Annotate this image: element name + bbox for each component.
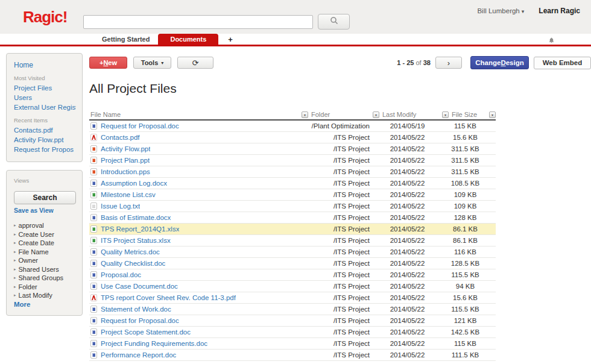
last-modify-cell: 2014/05/22	[373, 145, 442, 152]
file-link[interactable]: ITS Project Status.xlsx	[101, 237, 171, 244]
change-design-button[interactable]: Change Design	[470, 56, 529, 69]
folder-cell: /ITS Project	[302, 260, 373, 267]
file-link[interactable]: Issue Log.txt	[101, 202, 140, 210]
recent-items-label: Recent Items	[14, 117, 76, 124]
ragic-logo[interactable]: Ragic!	[23, 8, 67, 27]
table-row[interactable]: Milestone List.csv/ITS Project2014/05/22…	[89, 189, 496, 201]
view-filter-item[interactable]: ▸approval	[14, 221, 76, 230]
table-row[interactable]: Project Plan.ppt/ITS Project2014/05/2231…	[89, 155, 496, 166]
table-row[interactable]: Project Funding Requirements.doc/ITS Pro…	[89, 338, 496, 350]
table-row[interactable]: Quality Checklist.doc/ITS Project2014/05…	[89, 258, 496, 269]
save-as-view-link[interactable]: Save as View	[14, 207, 76, 214]
table-row[interactable]: Request for Proposal.doc/ITS Project2014…	[89, 315, 496, 327]
file-name-cell: Project Scope Statement.doc	[89, 328, 302, 336]
column-header-last-modify[interactable]: ▾Last Modify	[373, 111, 442, 118]
column-filter-icon[interactable]: ▾	[442, 111, 449, 118]
table-row[interactable]: Issue Log.txt/ITS Project2014/05/22109 K…	[89, 201, 496, 212]
sidebar-most-visited-link[interactable]: Project Files	[14, 83, 76, 93]
table-row[interactable]: Activity Flow.ppt/ITS Project2014/05/223…	[89, 143, 496, 155]
most-visited-label: Most Visited	[14, 75, 76, 81]
global-search-button[interactable]	[318, 14, 350, 30]
tab-documents[interactable]: Documents	[158, 34, 218, 45]
view-filter-item[interactable]: ▸Last Modify	[14, 291, 76, 300]
file-link[interactable]: Quality Checklist.doc	[101, 260, 165, 267]
folder-cell: /ITS Project	[302, 134, 373, 141]
file-link[interactable]: Project Scope Statement.doc	[101, 328, 191, 336]
learn-ragic-link[interactable]: Learn Ragic	[539, 7, 580, 15]
table-row[interactable]: Basis of Estimate.docx/ITS Project2014/0…	[89, 212, 496, 224]
table-row[interactable]: ITS Project Status.xlsx/ITS Project2014/…	[89, 235, 496, 246]
more-filters-link[interactable]: More	[14, 301, 76, 308]
tab-add[interactable]: +	[218, 34, 242, 45]
table-row[interactable]: Contacts.pdf/ITS Project2014/05/2215.6 K…	[89, 132, 496, 143]
file-link[interactable]: Request for Proposal.doc	[101, 122, 179, 130]
table-row[interactable]: Introduction.pps/ITS Project2014/05/2231…	[89, 166, 496, 178]
table-row[interactable]: TPS report Cover Sheet Rev. Code 11-3.pd…	[89, 292, 496, 304]
view-filter-item[interactable]: ▸Shared Users	[14, 265, 76, 274]
column-filter-icon[interactable]: ▾	[489, 111, 496, 118]
tab-getting-started[interactable]: Getting Started	[93, 34, 158, 45]
file-link[interactable]: TPS report Cover Sheet Rev. Code 11-3.pd…	[101, 294, 236, 301]
word-file-icon	[90, 340, 97, 347]
file-link[interactable]: Assumption Log.docx	[101, 180, 167, 187]
pdf-file-icon	[90, 294, 97, 301]
column-header-file-name[interactable]: File Name	[89, 111, 302, 118]
new-record-button[interactable]: +New	[89, 57, 127, 69]
table-row[interactable]: Performance Report.doc/ITS Project2014/0…	[89, 350, 496, 361]
view-filter-item[interactable]: ▸Create User	[14, 230, 76, 239]
file-link[interactable]: Milestone List.csv	[101, 191, 156, 198]
file-link[interactable]: Introduction.pps	[101, 168, 150, 175]
refresh-button[interactable]: ⟳	[177, 57, 213, 69]
table-row[interactable]: Proposal.doc/ITS Project2014/05/22115.5 …	[89, 269, 496, 281]
view-filter-item[interactable]: ▸File Name	[14, 248, 76, 257]
sidebar-recent-item-link[interactable]: Activity Flow.ppt	[14, 135, 76, 145]
file-size-cell: 116 KB	[442, 248, 488, 256]
global-search-input[interactable]	[83, 15, 313, 29]
view-filter-item[interactable]: ▸Shared Groups	[14, 274, 76, 283]
file-link[interactable]: Quality Metrics.doc	[101, 248, 160, 256]
table-row[interactable]: Quality Metrics.doc/ITS Project2014/05/2…	[89, 246, 496, 258]
column-header-file-size[interactable]: ▾File Size	[442, 111, 488, 118]
sidebar-most-visited-link[interactable]: External User Regist	[14, 102, 76, 112]
column-filter-icon[interactable]: ▾	[373, 111, 379, 118]
word-file-icon	[90, 306, 97, 313]
next-page-button[interactable]: ›	[435, 57, 462, 69]
file-link[interactable]: Contacts.pdf	[101, 134, 140, 141]
table-row[interactable]: TPS Report_2014Q1.xlsx/ITS Project2014/0…	[89, 224, 496, 235]
view-filter-item[interactable]: ▸Owner	[14, 256, 76, 265]
web-embed-button[interactable]: Web Embed	[534, 57, 591, 69]
user-menu[interactable]: Bill Lumbergh▾	[477, 7, 524, 14]
view-filter-item[interactable]: ▸Folder	[14, 283, 76, 292]
file-link[interactable]: Project Funding Requirements.doc	[101, 340, 207, 347]
main-content: +New Tools▾ ⟳ 1 - 25 of 38 › Change Desi…	[89, 56, 591, 361]
table-row[interactable]: Use Case Document.doc/ITS Project2014/05…	[89, 281, 496, 292]
sidebar-recent-item-link[interactable]: Contacts.pdf	[14, 125, 76, 135]
table-row[interactable]: Request for Proposal.doc/Plant Optimizat…	[89, 121, 496, 132]
file-link[interactable]: Performance Report.doc	[101, 351, 176, 359]
sidebar-most-visited-link[interactable]: Users	[14, 93, 76, 102]
sidebar-views-card: Views Search Save as View ▸approval▸Crea…	[6, 170, 83, 316]
tools-menu-button[interactable]: Tools▾	[133, 57, 171, 69]
table-row[interactable]: Project Scope Statement.doc/ITS Project2…	[89, 327, 496, 338]
column-filter-icon[interactable]: ▾	[302, 111, 308, 118]
table-body: Request for Proposal.doc/Plant Optimizat…	[89, 121, 496, 361]
table-row[interactable]: Statement of Work.doc/ITS Project2014/05…	[89, 304, 496, 315]
view-filter-label: Shared Users	[19, 265, 59, 274]
sidebar-recent-item-link[interactable]: Request for Propos	[14, 145, 76, 154]
word-file-icon	[90, 248, 97, 256]
column-header-folder[interactable]: ▾Folder	[302, 111, 373, 118]
file-link[interactable]: Proposal.doc	[101, 271, 141, 278]
file-link[interactable]: Use Case Document.doc	[101, 283, 178, 290]
views-search-button[interactable]: Search	[14, 191, 76, 204]
file-link[interactable]: Statement of Work.doc	[101, 306, 171, 313]
file-link[interactable]: Project Plan.ppt	[101, 157, 150, 164]
file-link[interactable]: Request for Proposal.doc	[101, 317, 179, 324]
file-link[interactable]: TPS Report_2014Q1.xlsx	[101, 225, 179, 233]
table-row[interactable]: Assumption Log.docx/ITS Project2014/05/2…	[89, 178, 496, 189]
file-link[interactable]: Basis of Estimate.docx	[101, 214, 171, 221]
sidebar-item-home[interactable]: Home	[14, 60, 76, 70]
last-modify-cell: 2014/05/22	[373, 225, 442, 233]
view-filter-item[interactable]: ▸Create Date	[14, 239, 76, 248]
file-link[interactable]: Activity Flow.ppt	[101, 145, 150, 152]
excel-file-icon	[90, 225, 97, 233]
